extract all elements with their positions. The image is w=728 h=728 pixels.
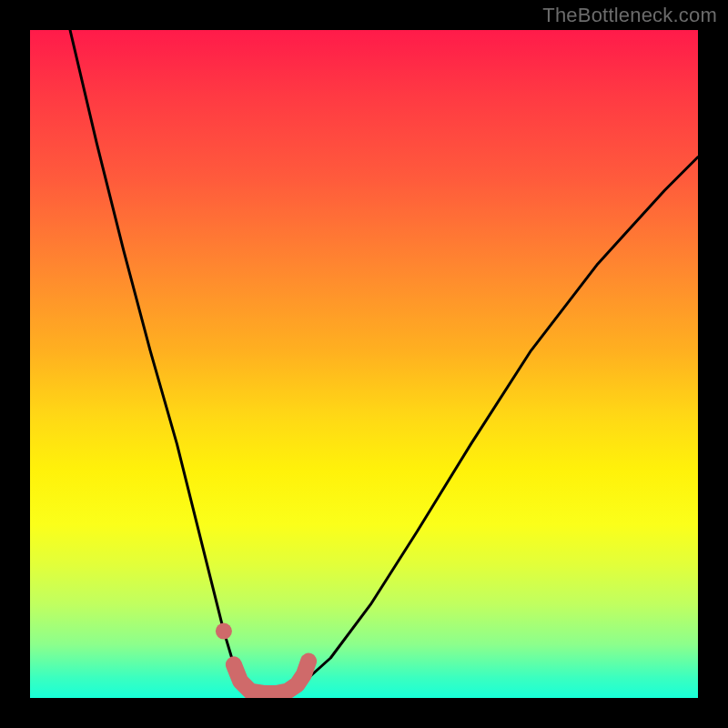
plot-area [30,30,698,698]
left-dot-marker [216,623,232,640]
u-marker [234,662,308,693]
curve-layer [30,30,698,698]
bottleneck-curve [70,30,698,694]
chart-frame: TheBottleneck.com [0,0,728,728]
watermark-text: TheBottleneck.com [542,4,717,27]
